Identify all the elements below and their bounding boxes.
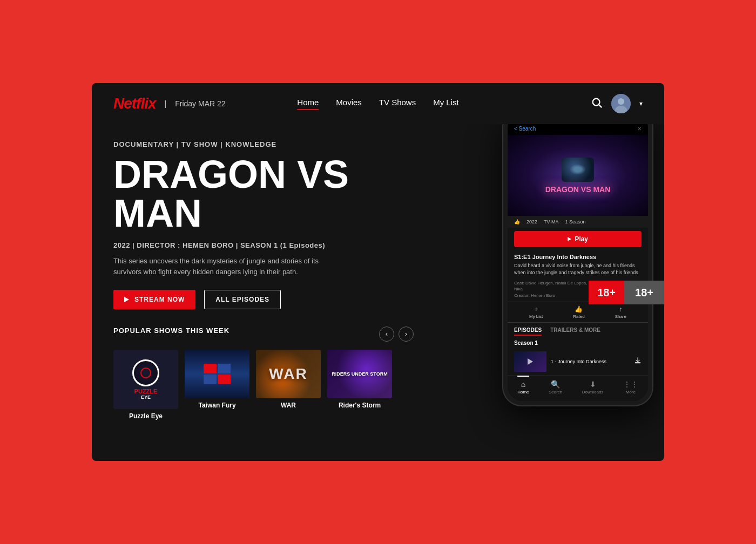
war-text: WAR	[269, 365, 307, 383]
app-container: Netflix | Friday MAR 22 Home Movies TV S…	[92, 83, 664, 461]
netflix-logo: Netflix	[113, 95, 156, 112]
phone-show-year: 2022	[526, 219, 537, 225]
all-episodes-button[interactable]: ALL EPISODES	[204, 290, 281, 309]
phone-play-label: Play	[575, 235, 588, 243]
show-name: WAR	[256, 402, 321, 409]
show-name: Puzzle Eye	[113, 412, 178, 420]
puzzle-eye-inner	[140, 368, 151, 378]
phone-nav-search[interactable]: 🔍 Search	[549, 380, 562, 395]
phone-close-icon[interactable]: ✕	[637, 126, 642, 132]
phone-download-icon[interactable]	[634, 357, 642, 366]
phone-show-title-overlay: DRAGON VS MAN	[545, 185, 611, 194]
search-icon[interactable]	[591, 97, 603, 111]
list-item[interactable]: Taiwan Fury	[185, 350, 249, 409]
carousel-next-button[interactable]: ›	[399, 327, 414, 342]
phone-show-seasons: 1 Season	[565, 219, 586, 225]
phone-episode-title: S1:E1 Journey Into Darkness	[508, 250, 648, 261]
nav-movies[interactable]: Movies	[336, 98, 362, 110]
list-item[interactable]: PUZZLE EYE Puzzle Eye	[113, 350, 178, 409]
genre-tags: DOCUMENTARY | TV SHOW | KNOWLEDGE	[113, 140, 414, 148]
phone-episode-row[interactable]: 1 - Journey Into Darkness	[508, 348, 648, 375]
phone-nav-more[interactable]: ⋮⋮ More	[623, 380, 638, 395]
phone-tabs: EPISODES TRAILERS & MORE	[508, 323, 648, 338]
date-divider: |	[165, 99, 167, 108]
nav-home[interactable]: Home	[297, 98, 319, 110]
phone-show-image: DRAGON VS MAN	[508, 135, 648, 216]
stream-now-button[interactable]: STREAM NOW	[113, 290, 195, 309]
show-title: DRAGON VS MAN	[113, 155, 414, 233]
age-badge: 18+ 18+	[589, 281, 664, 304]
puzzle-text-white: EYE	[134, 395, 158, 400]
carousel-prev-button[interactable]: ‹	[379, 327, 394, 342]
play-icon	[124, 297, 129, 302]
puzzle-text-red: PUZZLE	[134, 389, 158, 395]
avatar[interactable]	[611, 94, 631, 113]
svg-point-3	[618, 98, 624, 105]
phone-episode-desc: David heard a vivid noise from jungle, h…	[508, 261, 648, 279]
phone-mockup: 10:23 <	[502, 124, 653, 406]
age-badge-label: 18+	[589, 281, 624, 304]
phone-inner: 10:23 <	[508, 124, 648, 401]
show-name: Taiwan Fury	[185, 402, 249, 409]
show-thumbnail-war: WAR	[256, 350, 321, 398]
phone-play-icon	[568, 237, 571, 241]
action-buttons: STREAM NOW ALL EPISODES	[113, 290, 414, 309]
show-thumbnail-puzzle: PUZZLE EYE	[113, 350, 178, 409]
search-icon: 🔍	[551, 380, 560, 389]
svg-line-1	[599, 105, 602, 107]
phone-show-rating: TV-MA	[544, 219, 559, 225]
show-thumbnail-taiwan	[185, 350, 249, 398]
show-meta: 2022 | DIRECTOR : HEMEN BORO | SEASON 1 …	[113, 241, 414, 249]
puzzle-eye-circle	[132, 359, 159, 386]
phone-outer: 10:23 <	[502, 124, 653, 406]
popular-section: POPULAR SHOWS THIS WEEK ‹ ›	[113, 327, 414, 409]
show-name: Rider's Storm	[327, 402, 392, 409]
nav-tvshows[interactable]: TV Shows	[379, 98, 416, 110]
phone-back-label[interactable]: < Search	[514, 126, 536, 132]
phone-mylist-button[interactable]: + My List	[529, 305, 543, 319]
riders-text: RIDERS UNDER STORM	[329, 369, 389, 379]
home-icon: ⌂	[521, 380, 525, 389]
phone-show-meta: 👍 2022 TV-MA 1 Season	[508, 216, 648, 228]
popular-title: POPULAR SHOWS THIS WEEK	[113, 327, 230, 335]
left-content: DOCUMENTARY | TV SHOW | KNOWLEDGE DRAGON…	[92, 124, 435, 461]
phone-screen: 10:23 <	[508, 124, 648, 401]
show-thumbnail-riders: RIDERS UNDER STORM	[327, 350, 392, 398]
phone-episode-thumbnail	[514, 351, 546, 372]
phone-action-row: + My List 👍 Rated ↑ Share	[508, 302, 648, 323]
dropdown-arrow-icon[interactable]: ▾	[639, 100, 643, 107]
list-item[interactable]: WAR WAR	[256, 350, 321, 409]
phone-nav-downloads[interactable]: ⬇ Downloads	[582, 380, 604, 395]
phone-tab-episodes[interactable]: EPISODES	[514, 327, 542, 336]
age-badge-secondary: 18+	[624, 281, 664, 304]
shows-row: PUZZLE EYE Puzzle Eye	[113, 350, 414, 409]
phone-share-button[interactable]: ↑ Share	[615, 305, 626, 319]
downloads-icon: ⬇	[590, 380, 596, 389]
phone-back-bar: < Search ✕	[508, 124, 648, 135]
carousel-controls: ‹ ›	[379, 327, 414, 342]
more-icon: ⋮⋮	[623, 380, 638, 389]
show-description: This series uncovers the dark mysteries …	[113, 256, 329, 277]
phone-season-label: Season 1	[508, 338, 648, 348]
header-right: ▾	[591, 94, 643, 113]
main-content: DOCUMENTARY | TV SHOW | KNOWLEDGE DRAGON…	[92, 124, 664, 461]
phone-episode-list-title: 1 - Journey Into Darkness	[551, 359, 606, 364]
nav-mylist[interactable]: My List	[433, 98, 459, 110]
phone-nav-home[interactable]: ⌂ Home	[517, 376, 529, 395]
phone-tab-trailers[interactable]: TRAILERS & MORE	[550, 327, 600, 336]
nav-links: Home Movies TV Shows My List	[297, 98, 458, 110]
svg-rect-10	[635, 362, 640, 363]
header: Netflix | Friday MAR 22 Home Movies TV S…	[92, 83, 664, 124]
phone-bottom-nav: ⌂ Home 🔍 Search ⬇ Downloads	[508, 375, 648, 401]
phone-play-button[interactable]: Play	[514, 231, 642, 247]
phone-rated-button[interactable]: 👍 Rated	[573, 305, 584, 319]
svg-point-0	[593, 99, 600, 106]
date-text: Friday MAR 22	[175, 99, 225, 108]
list-item[interactable]: RIDERS UNDER STORM Rider's Storm	[327, 350, 392, 409]
